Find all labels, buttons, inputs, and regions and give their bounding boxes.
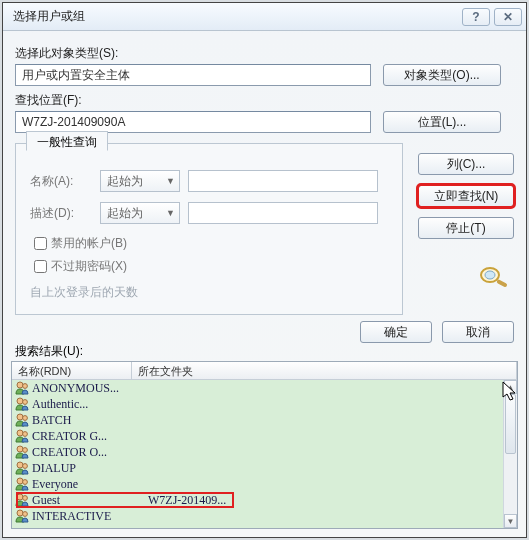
cell-name: Guest <box>32 493 148 508</box>
svg-point-11 <box>17 446 23 452</box>
columns-button[interactable]: 列(C)... <box>418 153 514 175</box>
svg-point-1 <box>485 271 495 279</box>
user-group-icon <box>14 445 30 459</box>
disabled-accounts-checkbox[interactable]: 禁用的帐户(B) <box>30 234 392 253</box>
desc-label: 描述(D): <box>30 205 100 222</box>
svg-point-13 <box>17 462 23 468</box>
list-item[interactable]: ANONYMOUS... <box>12 380 503 396</box>
dialog-buttons: 确定 取消 <box>360 321 514 343</box>
name-label: 名称(A): <box>30 173 100 190</box>
svg-point-10 <box>23 432 28 437</box>
query-tab-panel: 一般性查询 名称(A): 起始为▼ 描述(D): 起始为▼ 禁用的帐户(B) <box>15 143 403 315</box>
desc-match-combo[interactable]: 起始为▼ <box>100 202 180 224</box>
list-item[interactable]: BATCH <box>12 412 503 428</box>
scroll-down-button[interactable]: ▼ <box>504 514 517 528</box>
magnifier-icon <box>474 263 514 291</box>
chevron-down-icon: ▼ <box>166 208 175 218</box>
cell-folder: W7ZJ-201409... <box>148 493 501 508</box>
svg-point-12 <box>23 448 28 453</box>
svg-point-15 <box>17 478 23 484</box>
results-body[interactable]: ANONYMOUS... Authentic... BATCH CREATOR … <box>12 380 503 528</box>
scroll-up-button[interactable]: ▲ <box>504 380 517 394</box>
svg-point-7 <box>17 414 23 420</box>
col-name[interactable]: 名称(RDN) <box>12 362 132 379</box>
cell-name: CREATOR G... <box>32 429 148 444</box>
svg-point-4 <box>23 384 28 389</box>
dialog-window: 选择用户或组 ? ✕ 选择此对象类型(S): 用户或内置安全主体 对象类型(O)… <box>2 2 527 538</box>
search-results-label: 搜索结果(U): <box>15 343 83 360</box>
name-input[interactable] <box>188 170 378 192</box>
cancel-button[interactable]: 取消 <box>442 321 514 343</box>
svg-point-16 <box>23 480 28 485</box>
cell-name: ANONYMOUS... <box>32 381 148 396</box>
cell-name: CREATOR O... <box>32 445 148 460</box>
svg-point-20 <box>23 512 28 517</box>
location-field: W7ZJ-201409090A <box>15 111 371 133</box>
find-now-button[interactable]: 立即查找(N) <box>418 185 514 207</box>
svg-point-19 <box>17 510 23 516</box>
svg-point-9 <box>17 430 23 436</box>
svg-point-18 <box>23 496 28 501</box>
svg-rect-2 <box>496 279 508 288</box>
list-item[interactable]: CREATOR O... <box>12 444 503 460</box>
list-item[interactable]: INTERACTIVE <box>12 508 503 524</box>
cell-name: Everyone <box>32 477 148 492</box>
svg-point-3 <box>17 382 23 388</box>
stop-button[interactable]: 停止(T) <box>418 217 514 239</box>
name-match-combo[interactable]: 起始为▼ <box>100 170 180 192</box>
locations-button[interactable]: 位置(L)... <box>383 111 501 133</box>
svg-point-17 <box>17 494 23 500</box>
results-header: 名称(RDN) 所在文件夹 <box>12 362 517 380</box>
svg-point-8 <box>23 416 28 421</box>
cell-name: Authentic... <box>32 397 148 412</box>
tab-general-query[interactable]: 一般性查询 <box>26 131 108 151</box>
side-buttons: 列(C)... 立即查找(N) 停止(T) <box>418 153 514 291</box>
svg-point-14 <box>23 464 28 469</box>
close-button[interactable]: ✕ <box>494 8 522 26</box>
titlebar: 选择用户或组 ? ✕ <box>3 3 526 31</box>
chevron-down-icon: ▼ <box>166 176 175 186</box>
svg-point-6 <box>23 400 28 405</box>
days-since-login-label: 自上次登录后的天数 <box>30 284 392 301</box>
desc-input[interactable] <box>188 202 378 224</box>
col-folder[interactable]: 所在文件夹 <box>132 362 517 379</box>
svg-point-5 <box>17 398 23 404</box>
cell-name: DIALUP <box>32 461 148 476</box>
user-group-icon <box>14 413 30 427</box>
ok-button[interactable]: 确定 <box>360 321 432 343</box>
list-item[interactable]: Authentic... <box>12 396 503 412</box>
list-item[interactable]: Everyone <box>12 476 503 492</box>
user-group-icon <box>14 397 30 411</box>
user-group-icon <box>14 477 30 491</box>
scroll-thumb[interactable] <box>505 394 516 454</box>
vertical-scrollbar[interactable]: ▲ ▼ <box>503 380 517 528</box>
object-types-button[interactable]: 对象类型(O)... <box>383 64 501 86</box>
user-group-icon <box>14 493 30 507</box>
window-title: 选择用户或组 <box>13 8 458 25</box>
help-button[interactable]: ? <box>462 8 490 26</box>
list-item[interactable]: Guest W7ZJ-201409... <box>12 492 503 508</box>
user-group-icon <box>14 509 30 523</box>
list-item[interactable]: CREATOR G... <box>12 428 503 444</box>
user-group-icon <box>14 381 30 395</box>
object-type-label: 选择此对象类型(S): <box>15 45 514 62</box>
object-type-field: 用户或内置安全主体 <box>15 64 371 86</box>
user-group-icon <box>14 429 30 443</box>
cell-name: BATCH <box>32 413 148 428</box>
results-listview[interactable]: 名称(RDN) 所在文件夹 ANONYMOUS... Authentic... … <box>11 361 518 529</box>
noexpire-password-checkbox[interactable]: 不过期密码(X) <box>30 257 392 276</box>
disabled-accounts-check[interactable] <box>34 237 47 250</box>
cell-name: INTERACTIVE <box>32 509 148 524</box>
location-label: 查找位置(F): <box>15 92 514 109</box>
list-item[interactable]: DIALUP <box>12 460 503 476</box>
noexpire-password-check[interactable] <box>34 260 47 273</box>
user-group-icon <box>14 461 30 475</box>
